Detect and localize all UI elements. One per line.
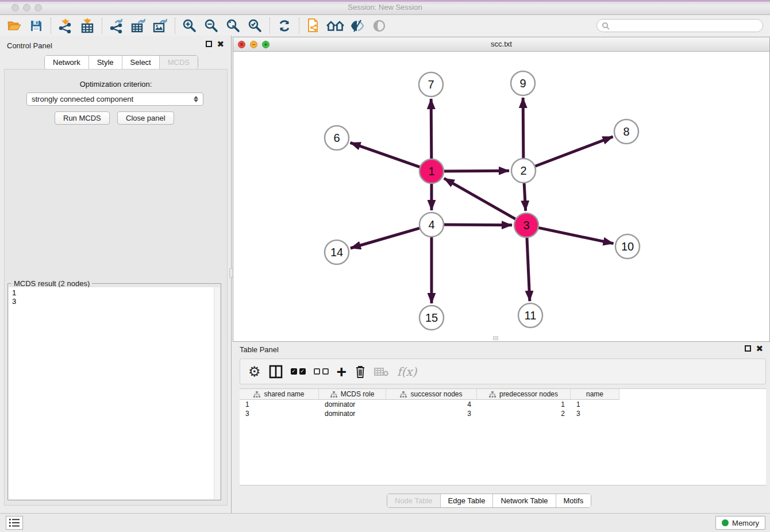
tab-style[interactable]: Style [88, 56, 122, 69]
add-column-icon[interactable]: + [337, 365, 347, 379]
zoom-selected-button[interactable] [244, 17, 266, 35]
select-stepper-icon [194, 96, 198, 102]
close-panel-icon[interactable]: ✖ [756, 345, 763, 352]
cell-predecessor-nodes[interactable]: 2 [477, 409, 571, 418]
column-header-shared-name[interactable]: shared name [240, 389, 319, 400]
column-label: successor nodes [410, 390, 462, 398]
hide-graphics-details-icon [350, 19, 365, 33]
tab-node-table[interactable]: Node Table [387, 494, 440, 507]
optimization-criterion-value: strongly connected component [32, 95, 133, 103]
hide-graphics-details-button[interactable] [346, 17, 368, 35]
frame-resize-grip[interactable] [493, 336, 498, 340]
tab-edge-table[interactable]: Edge Table [440, 494, 493, 507]
network-canvas[interactable]: 7968124314101511 [233, 52, 769, 341]
settings-gear-icon[interactable]: ⚙ [248, 365, 261, 379]
graph-edge-4-14[interactable] [351, 228, 421, 248]
graph-node-label-7: 7 [428, 78, 434, 91]
table-row[interactable]: 3dominator323 [240, 409, 766, 418]
graph-edge-2-9[interactable] [523, 98, 523, 160]
close-panel-button[interactable]: Close panel [117, 111, 174, 125]
table-body: 1dominator4113dominator323 [240, 400, 766, 418]
toolbar-separator [102, 18, 102, 34]
delete-column-icon[interactable] [355, 365, 366, 379]
node-table[interactable]: shared nameMCDS rolesuccessor nodesprede… [240, 388, 766, 485]
graph-edge-3-11[interactable] [527, 236, 530, 301]
columns-icon[interactable] [269, 365, 283, 379]
float-panel-icon[interactable] [206, 41, 212, 47]
cell-successor-nodes[interactable]: 4 [386, 400, 477, 409]
graph-node-label-6: 6 [333, 132, 340, 144]
float-panel-icon[interactable] [745, 345, 751, 352]
optimization-criterion-select[interactable]: strongly connected component [26, 92, 203, 106]
graph-node-label-9: 9 [519, 77, 526, 90]
export-table-icon [130, 18, 147, 33]
column-header-predecessor-nodes[interactable]: predecessor nodes [477, 389, 571, 400]
export-image-button[interactable] [149, 17, 171, 35]
cell-name[interactable]: 3 [571, 409, 619, 418]
graph-edge-1-6[interactable] [351, 142, 421, 167]
table-panel-title: Table Panel [240, 345, 279, 354]
memory-button[interactable]: Memory [715, 516, 765, 530]
run-mcds-button[interactable]: Run MCDS [55, 111, 110, 125]
import-table-button[interactable] [76, 17, 98, 35]
column-header-MCDS-role[interactable]: MCDS role [319, 389, 386, 400]
graph-edge-3-10[interactable] [537, 228, 614, 244]
refresh-button[interactable] [274, 17, 295, 35]
cell-predecessor-nodes[interactable]: 1 [477, 400, 571, 409]
cell-MCDS-role[interactable]: dominator [319, 409, 386, 418]
graph-edge-1-2[interactable] [442, 171, 509, 171]
graph-edge-4-3[interactable] [442, 225, 512, 225]
column-header-successor-nodes[interactable]: successor nodes [386, 389, 477, 400]
cell-name[interactable]: 1 [571, 400, 619, 409]
show-graphics-details-button[interactable] [368, 17, 390, 35]
mcds-result-text[interactable]: 1 3 [9, 287, 214, 499]
main-titlebar: Session: New Session [0, 0, 770, 15]
tab-network[interactable]: Network [45, 56, 88, 69]
cell-shared-name[interactable]: 1 [240, 400, 319, 409]
import-network-button[interactable] [55, 17, 76, 35]
deselect-all-icon[interactable] [314, 368, 329, 375]
export-image-icon [152, 18, 168, 33]
tab-motifs[interactable]: Motifs [556, 494, 591, 507]
cell-MCDS-role[interactable]: dominator [319, 400, 386, 409]
export-table-button[interactable] [128, 17, 149, 35]
clone-network-icon [306, 18, 321, 34]
tab-network-table[interactable]: Network Table [492, 494, 555, 507]
table-row[interactable]: 1dominator411 [240, 400, 766, 409]
graph-edge-2-8[interactable] [534, 137, 613, 167]
column-type-icon [489, 391, 496, 398]
mcds-tab-content: Optimization criterion: strongly connect… [4, 69, 228, 506]
mcds-result-scrollbar[interactable] [214, 287, 220, 499]
tab-mcds[interactable]: MCDS [159, 56, 198, 69]
clone-network-button[interactable] [303, 17, 325, 35]
column-header-name[interactable]: name [571, 389, 619, 400]
search-input[interactable] [610, 22, 763, 30]
open-session-button[interactable] [3, 17, 25, 35]
delete-table-icon [374, 367, 389, 377]
graph-node-label-4: 4 [428, 218, 434, 231]
search-field[interactable] [596, 19, 763, 32]
table-header-row: shared nameMCDS rolesuccessor nodesprede… [240, 389, 766, 400]
toolbar-separator [51, 18, 51, 34]
cell-shared-name[interactable]: 3 [240, 409, 319, 418]
graph-edge-1-7[interactable] [431, 99, 432, 160]
cell-successor-nodes[interactable]: 3 [386, 409, 477, 418]
graph-edge-2-3[interactable] [524, 182, 526, 211]
control-panel-tabs: NetworkStyleSelectMCDS [44, 55, 198, 70]
close-panel-icon[interactable]: ✖ [217, 41, 224, 47]
zoom-fit-button[interactable] [222, 17, 244, 35]
main-toolbar [0, 16, 770, 36]
table-panel-tabs: Node TableEdge TableNetwork TableMotifs [387, 494, 591, 508]
task-history-button[interactable] [6, 516, 23, 530]
tab-select[interactable]: Select [122, 56, 159, 69]
zoom-out-button[interactable] [201, 17, 222, 35]
home-button[interactable] [325, 17, 346, 35]
graph-edge-3-1[interactable] [444, 178, 517, 219]
save-session-button[interactable] [25, 17, 47, 35]
export-network-button[interactable] [106, 17, 128, 35]
zoom-in-button[interactable] [179, 17, 201, 35]
task-list-icon [9, 519, 20, 527]
select-all-icon[interactable]: ✓✓ [291, 368, 306, 375]
network-frame-titlebar[interactable]: × – + scc.txt [233, 37, 769, 52]
titlebar-accent [0, 0, 770, 2]
